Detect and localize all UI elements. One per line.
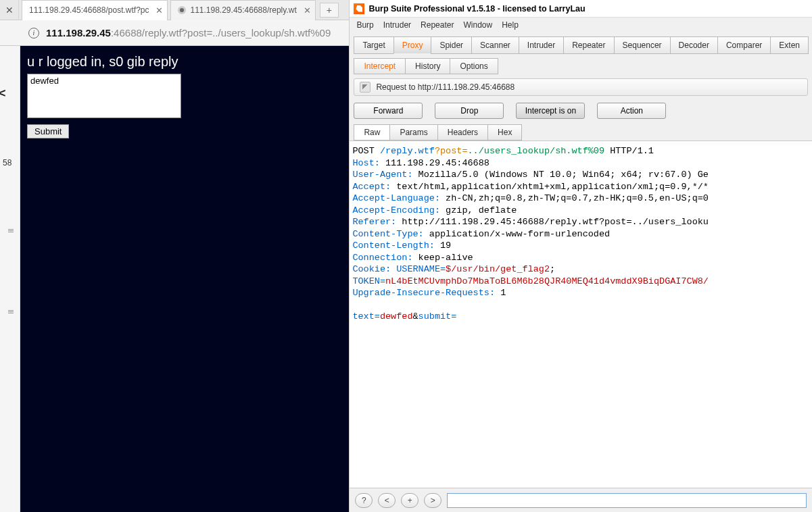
intercept-buttons: Forward Drop Intercept is on Action	[350, 100, 812, 122]
tool-tab-spider[interactable]: Spider	[431, 36, 472, 54]
rawtab-hex[interactable]: Hex	[487, 124, 522, 140]
reply-textarea[interactable]	[27, 74, 181, 118]
grip-icon[interactable]	[8, 228, 14, 232]
subtab-history[interactable]: History	[405, 58, 450, 74]
page-heading: u r logged in, s0 gib reply	[27, 54, 342, 70]
url-display[interactable]: 111.198.29.45:46688/reply.wtf?post=../us…	[46, 27, 331, 39]
tab-title: 111.198.29.45:46688/post.wtf?pc	[29, 5, 149, 15]
request-target-text: Request to http://111.198.29.45:46688	[376, 82, 515, 92]
viewport: < 58 u r logged in, s0 gib reply Submit	[0, 46, 349, 512]
back-icon[interactable]: <	[0, 86, 6, 101]
menu-burp[interactable]: Burp	[356, 20, 373, 30]
menu-help[interactable]: Help	[502, 20, 519, 30]
action-button[interactable]: Action	[597, 103, 666, 119]
forward-button[interactable]: Forward	[354, 103, 423, 119]
new-tab-button[interactable]: +	[320, 3, 339, 18]
burp-logo-icon	[354, 3, 364, 14]
search-next-button[interactable]: >	[424, 493, 441, 508]
tab-title: 111.198.29.45:46688/reply.wt	[190, 5, 296, 15]
rawtab-raw[interactable]: Raw	[354, 124, 390, 140]
url-path: :46688/reply.wtf?post=../users_lookup/sh…	[111, 27, 331, 39]
gutter-number: 58	[3, 158, 11, 168]
tool-tab-intruder[interactable]: Intruder	[519, 36, 564, 54]
grip-icon[interactable]	[8, 309, 14, 313]
browser-pane: ✕ 111.198.29.45:46688/post.wtf?pc ✕ 111.…	[0, 0, 350, 512]
search-input[interactable]	[447, 493, 807, 508]
tool-tab-extender[interactable]: Exten	[770, 36, 809, 54]
browser-tab[interactable]: 111.198.29.45:46688/post.wtf?pc ✕	[22, 0, 168, 20]
tab-close-icon[interactable]: ✕	[304, 5, 311, 16]
edit-icon[interactable]	[360, 82, 371, 93]
window-close-icon[interactable]: ✕	[0, 0, 19, 20]
menu-repeater[interactable]: Repeater	[421, 20, 454, 30]
tool-tab-sequencer[interactable]: Sequencer	[614, 36, 671, 54]
subtab-intercept[interactable]: Intercept	[354, 58, 406, 74]
tool-tab-comparer[interactable]: Comparer	[717, 36, 771, 54]
request-info-bar: Request to http://111.198.29.45:46688	[354, 78, 808, 96]
menu-intruder[interactable]: Intruder	[383, 20, 411, 30]
burp-pane: Burp Suite Professional v1.5.18 - licens…	[350, 0, 812, 512]
page-content: u r logged in, s0 gib reply Submit	[20, 46, 349, 147]
intercept-toggle-button[interactable]: Intercept is on	[516, 103, 585, 119]
search-add-button[interactable]: +	[401, 493, 419, 508]
menu-window[interactable]: Window	[463, 20, 492, 30]
loading-icon	[178, 6, 186, 14]
tool-tab-decoder[interactable]: Decoder	[670, 36, 718, 54]
message-view-tabs: Raw Params Headers Hex	[350, 122, 812, 140]
tool-tab-scanner[interactable]: Scanner	[471, 36, 519, 54]
address-bar: i 111.198.29.45:46688/reply.wtf?post=../…	[0, 20, 349, 46]
editor-footer: ? < + >	[350, 488, 812, 512]
tool-tab-target[interactable]: Target	[354, 36, 393, 54]
url-host: 111.198.29.45	[46, 27, 111, 39]
burp-titlebar: Burp Suite Professional v1.5.18 - licens…	[350, 0, 812, 18]
tool-tab-proxy[interactable]: Proxy	[393, 36, 432, 54]
devtools-gutter: < 58	[0, 46, 20, 512]
burp-title: Burp Suite Professional v1.5.18 - licens…	[368, 4, 585, 14]
submit-button[interactable]: Submit	[27, 124, 69, 138]
tab-close-icon[interactable]: ✕	[156, 5, 163, 16]
drop-button[interactable]: Drop	[435, 103, 504, 119]
proxy-sub-tabs: Intercept History Options	[350, 54, 812, 74]
tool-tabs: Target Proxy Spider Scanner Intruder Rep…	[350, 32, 812, 54]
rawtab-headers[interactable]: Headers	[437, 124, 488, 140]
browser-tab[interactable]: 111.198.29.45:46688/reply.wt ✕	[170, 0, 315, 20]
help-button[interactable]: ?	[355, 493, 373, 508]
burp-menubar: Burp Intruder Repeater Window Help	[350, 18, 812, 32]
rawtab-params[interactable]: Params	[389, 124, 437, 140]
search-prev-button[interactable]: <	[378, 493, 396, 508]
site-info-icon[interactable]: i	[28, 28, 39, 39]
subtab-options[interactable]: Options	[450, 58, 498, 74]
http-editor[interactable]: POST /reply.wtf?post=../users_lookup/sh.…	[350, 140, 812, 488]
tool-tab-repeater[interactable]: Repeater	[563, 36, 614, 54]
tab-bar: ✕ 111.198.29.45:46688/post.wtf?pc ✕ 111.…	[0, 0, 349, 20]
